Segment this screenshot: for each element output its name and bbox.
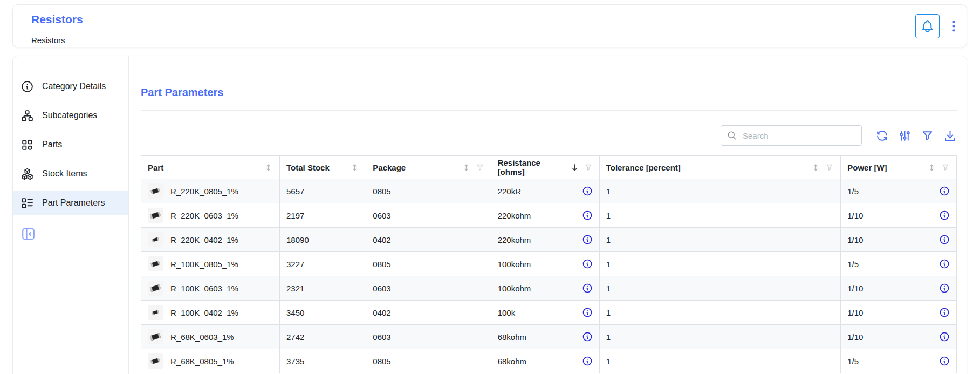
sidebar-item-label: Subcategories: [42, 111, 97, 120]
table-row[interactable]: R_100K_0603_1%23210603100kohm11/10: [141, 276, 957, 301]
table-row[interactable]: R_68K_0805_1%3735080568kohm11/5: [141, 349, 957, 373]
package-cell: 0603: [366, 203, 491, 228]
funnel-small-icon[interactable]: [825, 163, 834, 172]
sort-desc-icon[interactable]: [570, 163, 579, 172]
funnel-small-icon[interactable]: [584, 163, 593, 172]
part-cell[interactable]: R_220K_0603_1%: [141, 203, 280, 228]
sidebar-item-subcategories[interactable]: Subcategories: [13, 104, 128, 127]
part-cell[interactable]: R_100K_0402_1%: [141, 301, 280, 325]
power-info-icon[interactable]: [939, 283, 950, 294]
sidebar-item-label: Parts: [42, 140, 62, 149]
column-header-package[interactable]: Package: [366, 156, 491, 179]
resistance-cell: 100kohm: [491, 252, 599, 276]
part-cell[interactable]: R_220K_0805_1%: [141, 179, 280, 203]
resistance-info-icon[interactable]: [582, 210, 593, 221]
breadcrumb[interactable]: Resistors: [31, 36, 65, 45]
section-divider: [141, 110, 957, 111]
power-cell: 1/10: [841, 276, 957, 301]
power-cell: 1/10: [841, 325, 957, 349]
category-panel: Category DetailsSubcategoriesPartsStock …: [12, 56, 967, 374]
total-stock-cell: 2321: [280, 276, 366, 301]
search-input[interactable]: [742, 131, 856, 141]
table-row[interactable]: R_220K_0603_1%21970603220kohm11/10: [141, 203, 957, 228]
package-cell: 0805: [366, 252, 491, 276]
sort-icon[interactable]: [811, 163, 820, 172]
funnel-small-icon[interactable]: [476, 163, 484, 172]
tolerance-cell: 1: [599, 301, 841, 325]
resistance-cell: 68kohm: [491, 325, 599, 349]
power-info-icon[interactable]: [939, 307, 950, 318]
column-label: Part: [148, 163, 163, 172]
power-info-icon[interactable]: [939, 331, 950, 342]
column-label: Package: [373, 163, 406, 172]
resistance-info-icon[interactable]: [582, 186, 593, 196]
resistance-info-icon[interactable]: [582, 356, 593, 366]
package-cell: 0603: [366, 325, 491, 349]
sidebar-item-stock-items[interactable]: Stock Items: [13, 162, 128, 186]
part-thumbnail: [148, 208, 163, 223]
power-info-icon[interactable]: [939, 186, 950, 196]
resistance-info-icon[interactable]: [582, 283, 593, 294]
part-thumbnail: [148, 256, 163, 271]
resistance-cell: 68kohm: [491, 349, 599, 373]
part-cell[interactable]: R_68K_0805_1%: [141, 349, 280, 373]
column-header-power-w[interactable]: Power [W]: [841, 156, 957, 179]
sort-icon[interactable]: [927, 163, 936, 172]
sidebar-item-parts[interactable]: Parts: [13, 133, 128, 157]
table-row[interactable]: R_100K_0805_1%32270805100kohm11/5: [141, 252, 957, 276]
column-header-tolerance-percent[interactable]: Tolerance [percent]: [599, 156, 841, 179]
power-info-icon[interactable]: [939, 210, 950, 221]
tolerance-cell: 1: [599, 179, 841, 203]
table-row[interactable]: R_220K_0402_1%180900402220kohm11/10: [141, 228, 957, 252]
part-cell[interactable]: R_100K_0603_1%: [141, 276, 280, 301]
resistance-info-icon[interactable]: [582, 307, 593, 318]
column-header-resistance-ohms[interactable]: Resistance [ohms]: [491, 156, 599, 179]
package-cell: 0603: [366, 276, 491, 301]
power-value: 1/10: [847, 284, 939, 293]
total-stock-cell: 2197: [280, 203, 366, 228]
category-icon: [20, 138, 34, 152]
sort-icon[interactable]: [264, 163, 273, 172]
column-header-part[interactable]: Part: [141, 156, 280, 179]
funnel-small-icon[interactable]: [941, 163, 950, 172]
total-stock-cell: 3450: [280, 301, 366, 325]
column-header-total-stock[interactable]: Total Stock: [280, 156, 366, 179]
sort-icon[interactable]: [462, 163, 471, 172]
resistance-value: 68kohm: [498, 357, 582, 366]
total-stock-cell: 5657: [280, 179, 366, 203]
table-toolbar: [141, 125, 957, 146]
list-details-icon: [20, 196, 34, 210]
power-value: 1/10: [847, 332, 939, 342]
part-cell[interactable]: R_68K_0603_1%: [141, 325, 280, 349]
menu-dots-button[interactable]: [947, 19, 961, 33]
download-button[interactable]: [943, 129, 957, 142]
table-row[interactable]: R_220K_0805_1%56570805220kR11/5: [141, 179, 957, 203]
table-row[interactable]: R_100K_0402_1%34500402100k11/10: [141, 301, 957, 325]
filter-button[interactable]: [921, 129, 934, 142]
sidebar-item-label: Stock Items: [42, 169, 87, 179]
resistance-info-icon[interactable]: [582, 234, 593, 245]
part-cell[interactable]: R_220K_0402_1%: [141, 228, 280, 252]
power-cell: 1/5: [841, 349, 957, 373]
resistance-value: 220kohm: [498, 235, 582, 244]
table-row[interactable]: R_68K_0603_1%2742060368kohm11/10: [141, 325, 957, 349]
refresh-button[interactable]: [875, 129, 889, 142]
column-label: Power [W]: [847, 163, 887, 172]
column-label: Total Stock: [286, 163, 330, 172]
bell-icon: [920, 19, 935, 33]
info-circle-icon: [20, 80, 34, 93]
power-info-icon[interactable]: [939, 356, 950, 366]
resistance-info-icon[interactable]: [582, 331, 593, 342]
sidebar-item-part-parameters[interactable]: Part Parameters: [13, 191, 128, 215]
resistance-info-icon[interactable]: [582, 259, 593, 269]
notification-bell-button[interactable]: [915, 14, 940, 38]
power-info-icon[interactable]: [939, 234, 950, 245]
power-value: 1/5: [847, 187, 939, 196]
part-cell[interactable]: R_100K_0805_1%: [141, 252, 280, 276]
sidebar-item-category-details[interactable]: Category Details: [13, 74, 128, 98]
resistance-cell: 100kohm: [491, 276, 599, 301]
sort-icon[interactable]: [350, 163, 359, 172]
adjustments-button[interactable]: [898, 129, 912, 142]
sidebar-collapse-button[interactable]: [20, 226, 36, 242]
power-info-icon[interactable]: [939, 259, 950, 269]
